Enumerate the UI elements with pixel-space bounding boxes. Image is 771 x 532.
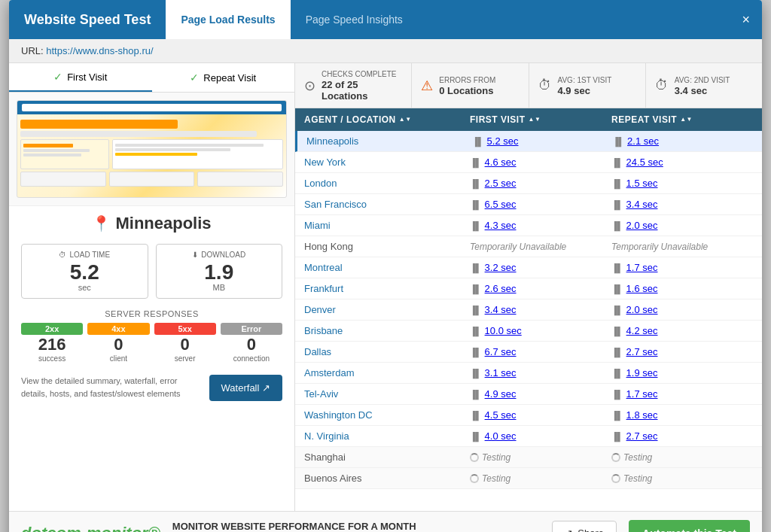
cell-location-new-york: New York <box>304 157 470 168</box>
repeat-visit-label: Repeat Visit <box>203 72 256 84</box>
waterfall-button[interactable]: Waterfall ↗ <box>209 375 282 401</box>
screenshot-area <box>9 93 294 206</box>
download-value: 1.9 <box>164 262 275 283</box>
bar-chart-icon: ▐▌ <box>613 137 625 146</box>
right-panel: ⊙ CHECKS COMPLETE 22 of 25 Locations ⚠ E… <box>295 63 762 511</box>
check-icon-repeat: ✓ <box>190 71 199 84</box>
checks-complete-icon: ⊙ <box>304 78 315 94</box>
stat-errors-from: ⚠ ERRORS FROM 0 Locations <box>412 63 529 108</box>
cell-location-minneapolis: Minneapolis <box>306 135 472 147</box>
cell-first-visit: ▐▌4.5 sec <box>470 409 611 421</box>
bar-chart-icon: ▐▌ <box>470 390 482 399</box>
table-row: Denver▐▌3.4 sec▐▌2.0 sec <box>295 299 762 321</box>
tab-bar: Page Load Results Page Speed Insights <box>166 0 730 39</box>
sr-badge-4xx: 4xx <box>87 323 149 335</box>
cell-repeat-visit: ▐▌1.9 sec <box>611 367 753 378</box>
cell-location-tel-aviv: Tel-Aviv <box>304 388 470 400</box>
cell-location-denver: Denver <box>304 304 470 315</box>
cell-repeat-visit: ▐▌1.8 sec <box>611 409 753 421</box>
close-button[interactable]: × <box>730 12 762 28</box>
clock-icon: ⏱ <box>59 251 66 259</box>
cell-location-n.-virginia: N. Virginia <box>304 430 470 442</box>
bar-chart-icon: ▐▌ <box>611 327 623 336</box>
tab-page-load-results[interactable]: Page Load Results <box>166 0 290 39</box>
checks-complete-value: 22 of 25 Locations <box>322 79 402 102</box>
stat-checks-complete: ⊙ CHECKS COMPLETE 22 of 25 Locations <box>295 63 412 108</box>
content-area: ✓ First Visit ✓ Repeat Visit <box>9 63 762 511</box>
load-time-unit: sec <box>29 283 140 292</box>
table-row: Brisbane▐▌10.0 sec▐▌4.2 sec <box>295 321 762 342</box>
avg-second-value: 3.4 sec <box>675 85 730 96</box>
table-header: AGENT / LOCATION ▲▼ FIRST VISIT ▲▼ REPEA… <box>295 108 762 131</box>
download-label: ⬇ DOWNLOAD <box>164 251 275 259</box>
sort-icon-first-visit[interactable]: ▲▼ <box>529 117 541 123</box>
sr-value-error: 0 <box>221 335 282 354</box>
download-icon: ⬇ <box>192 251 198 259</box>
sort-icon-location[interactable]: ▲▼ <box>399 117 412 123</box>
bar-chart-icon: ▐▌ <box>470 348 482 357</box>
bar-chart-icon: ▐▌ <box>611 306 623 315</box>
bar-chart-icon: ▐▌ <box>611 348 623 357</box>
cell-repeat-visit: ▐▌2.7 sec <box>611 430 753 442</box>
table-row: Minneapolis▐▌5.2 sec▐▌2.1 sec <box>295 131 762 152</box>
bar-chart-icon: ▐▌ <box>611 369 623 378</box>
cell-repeat-visit: ▐▌1.6 sec <box>611 283 753 294</box>
url-link[interactable]: https://www.dns-shop.ru/ <box>46 45 153 56</box>
table-row: London▐▌2.5 sec▐▌1.5 sec <box>295 173 762 194</box>
table-body: Minneapolis▐▌5.2 sec▐▌2.1 secNew York▐▌4… <box>295 131 762 511</box>
brand-logo: dotcom-monitor® <box>21 524 160 533</box>
cell-location-miami: Miami <box>304 220 470 231</box>
first-visit-label: First Visit <box>67 71 107 83</box>
share-button[interactable]: ↗ Share <box>552 521 617 532</box>
footer: dotcom-monitor® MONITOR WEBSITE PERFORMA… <box>9 511 762 532</box>
load-time-label: ⏱ LOAD TIME <box>29 251 140 259</box>
cell-first-visit: ▐▌2.5 sec <box>470 178 611 189</box>
table-row: Montreal▐▌3.2 sec▐▌1.7 sec <box>295 257 762 278</box>
download-unit: MB <box>164 283 275 292</box>
modal-container: Website Speed Test Page Load Results Pag… <box>9 0 762 532</box>
tab-page-speed-insights[interactable]: Page Speed Insights <box>291 0 418 39</box>
url-label: URL: <box>21 45 44 56</box>
url-bar: URL: https://www.dns-shop.ru/ <box>9 39 762 63</box>
table-row: N. Virginia▐▌4.0 sec▐▌2.7 sec <box>295 426 762 447</box>
table-row: Hong KongTemporarily UnavailableTemporar… <box>295 236 762 257</box>
sr-badge-2xx: 2xx <box>21 323 83 335</box>
visit-tab-repeat[interactable]: ✓ Repeat Visit <box>152 63 295 92</box>
bar-chart-icon: ▐▌ <box>611 179 623 188</box>
table-row: Shanghai Testing Testing <box>295 447 762 468</box>
bar-chart-icon: ▐▌ <box>611 284 623 293</box>
cell-location-london: London <box>304 178 470 189</box>
automate-button[interactable]: Automate this Test <box>629 520 750 533</box>
errors-from-icon: ⚠ <box>421 78 433 94</box>
table-row: Frankfurt▐▌2.6 sec▐▌1.6 sec <box>295 278 762 299</box>
cell-first-visit: ▐▌3.2 sec <box>470 262 611 273</box>
load-time-box: ⏱ LOAD TIME 5.2 sec <box>21 244 148 299</box>
cell-repeat-visit: Testing <box>611 473 753 484</box>
sr-5xx: 5xx 0 server <box>154 323 216 363</box>
cell-first-visit: Testing <box>470 452 611 463</box>
th-first-visit: FIRST VISIT ▲▼ <box>470 114 611 125</box>
sort-icon-repeat-visit[interactable]: ▲▼ <box>680 117 693 123</box>
cell-first-visit: Temporarily Unavailable <box>470 242 611 252</box>
bar-chart-icon: ▐▌ <box>470 263 482 272</box>
modal-header: Website Speed Test Page Load Results Pag… <box>9 0 762 39</box>
bar-chart-icon: ▐▌ <box>470 327 482 336</box>
sr-label-5xx: server <box>154 354 216 363</box>
cell-repeat-visit: ▐▌2.0 sec <box>611 304 753 315</box>
share-icon: ↗ <box>565 527 573 532</box>
cell-repeat-visit: Temporarily Unavailable <box>611 242 753 252</box>
sr-value-4xx: 0 <box>87 335 149 354</box>
bar-chart-icon: ▐▌ <box>611 200 623 209</box>
cell-location-brisbane: Brisbane <box>304 325 470 336</box>
cell-first-visit: ▐▌4.9 sec <box>470 388 611 400</box>
cell-location-montreal: Montreal <box>304 262 470 273</box>
visit-tab-first[interactable]: ✓ First Visit <box>9 63 152 92</box>
bar-chart-icon: ▐▌ <box>470 306 482 315</box>
location-pin-icon: 📍 <box>92 214 111 233</box>
metrics-section: ⏱ LOAD TIME 5.2 sec ⬇ DOWNLOAD 1.9 MB <box>9 238 294 305</box>
cell-first-visit: ▐▌6.7 sec <box>470 346 611 357</box>
location-display: 📍 Minneapolis <box>9 206 294 238</box>
cell-repeat-visit: ▐▌1.5 sec <box>611 178 753 189</box>
sr-4xx: 4xx 0 client <box>87 323 149 363</box>
stats-bar: ⊙ CHECKS COMPLETE 22 of 25 Locations ⚠ E… <box>295 63 762 108</box>
